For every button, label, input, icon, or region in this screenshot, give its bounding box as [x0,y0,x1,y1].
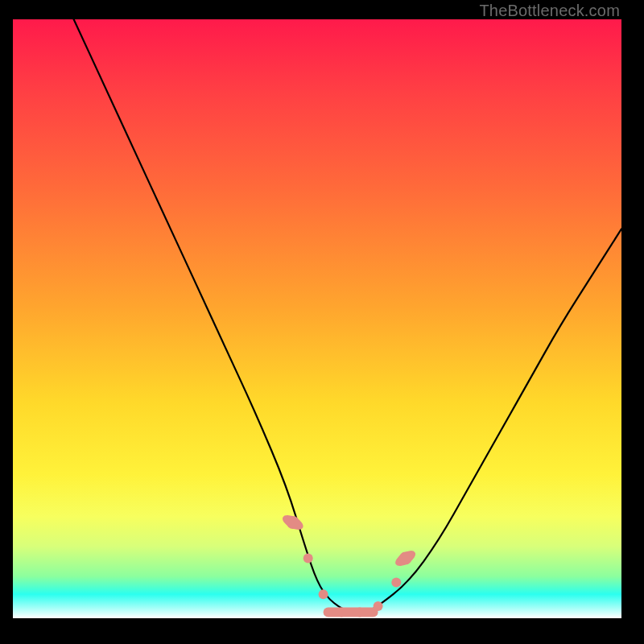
marker-lozenge [393,547,418,569]
highlight-markers [280,512,418,617]
marker-dot [391,577,401,587]
marker-floor [324,608,378,617]
plot-area [13,19,621,618]
chart-frame: TheBottleneck.com [0,0,644,644]
marker-dot [303,554,313,564]
marker-lozenge [280,512,305,533]
curve-svg [13,19,621,618]
bottleneck-curve [74,19,621,613]
watermark-text: TheBottleneck.com [479,2,620,20]
marker-dot [319,589,328,599]
